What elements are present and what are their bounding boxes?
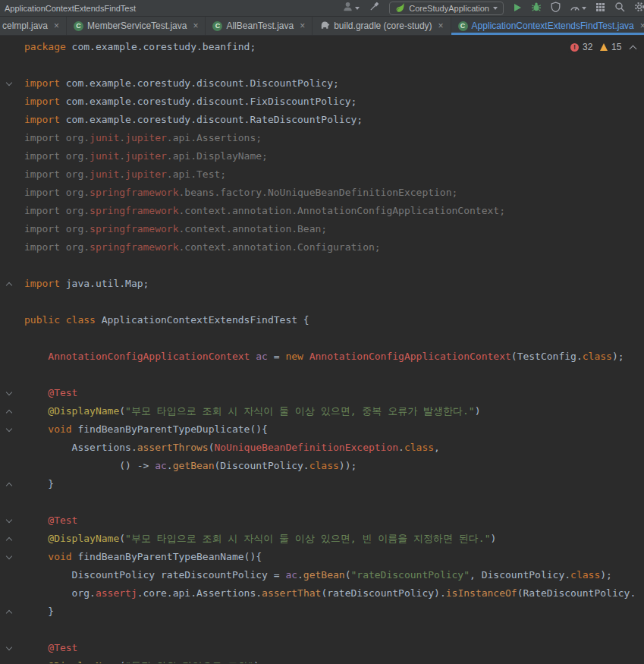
run-with-coverage-button[interactable]: [551, 2, 561, 15]
run-button[interactable]: [513, 2, 522, 15]
search-everywhere-button[interactable]: [614, 2, 625, 15]
gutter[interactable]: [0, 603, 24, 621]
tab-celmpl[interactable]: celmpl.java ×: [0, 17, 67, 35]
class-icon: C: [212, 21, 222, 31]
code-line[interactable]: import com.example.corestudy.discount.Fi…: [0, 93, 644, 111]
code-line[interactable]: [0, 56, 644, 74]
fold-expand-icon[interactable]: [6, 483, 12, 489]
tab-build-gradle[interactable]: build.gradle (core-study) ×: [313, 17, 451, 35]
code-line[interactable]: [0, 366, 644, 384]
code-line[interactable]: void findBeanByParentTypeDuplicate(){: [0, 420, 644, 439]
code-line[interactable]: @DisplayName("부모 타입으로 조회 시 자식이 둘 이상 있으면,…: [0, 530, 644, 548]
code-line[interactable]: import org.springframework.beans.factory…: [0, 184, 644, 202]
tool-windows-button[interactable]: [595, 2, 605, 15]
debug-button[interactable]: [531, 2, 542, 15]
code-token: (TestConfig.: [511, 351, 583, 362]
fold-expand-icon[interactable]: [6, 410, 12, 416]
fold-collapse-icon[interactable]: [6, 553, 12, 559]
gutter[interactable]: [0, 511, 24, 530]
gutter[interactable]: [0, 530, 24, 548]
code-line[interactable]: import com.example.corestudy.discount.Di…: [0, 74, 644, 93]
code-area[interactable]: package com.example.corestudy.beanfind;i…: [0, 36, 644, 663]
code-token: @DisplayName: [48, 533, 119, 544]
code-line[interactable]: [0, 293, 644, 311]
code-line[interactable]: import org.junit.jupiter.api.Test;: [0, 165, 644, 184]
code-line[interactable]: @Test: [0, 639, 644, 657]
code-token: springframework: [90, 205, 178, 216]
gutter[interactable]: [0, 420, 24, 439]
code-line[interactable]: }: [0, 603, 644, 621]
code-line[interactable]: () -> ac.getBean(DiscountPolicy.class));: [0, 457, 644, 475]
gradle-elephant-icon: [319, 20, 330, 32]
code-line[interactable]: import com.example.corestudy.discount.Ra…: [0, 111, 644, 129]
code-line[interactable]: Assertions.assertThrows(NoUniqueBeanDefi…: [0, 439, 644, 457]
code-line[interactable]: }: [0, 475, 644, 493]
code-token: .: [297, 569, 303, 581]
close-icon[interactable]: ×: [300, 21, 305, 30]
fold-expand-icon[interactable]: [6, 537, 12, 543]
code-text: [24, 621, 644, 639]
code-line[interactable]: @DisplayName("특정 하위 타입으로 조회"): [0, 657, 644, 663]
fold-collapse-icon[interactable]: [6, 80, 12, 86]
gutter[interactable]: [0, 275, 24, 293]
gutter: [0, 366, 24, 384]
gutter[interactable]: [0, 548, 24, 566]
close-icon[interactable]: ×: [54, 21, 59, 30]
chevron-up-icon[interactable]: [630, 45, 637, 52]
code-line[interactable]: void findBeanByParentTypeBeanName(){: [0, 548, 644, 566]
code-token: import org.: [24, 205, 90, 216]
code-line[interactable]: @Test: [0, 384, 644, 402]
code-token: junit: [90, 132, 119, 143]
code-line[interactable]: import org.springframework.context.annot…: [0, 238, 644, 256]
code-text: @Test: [24, 511, 644, 530]
editor[interactable]: package com.example.corestudy.beanfind;i…: [0, 36, 644, 663]
code-text: [24, 329, 644, 348]
user-menu-button[interactable]: [342, 1, 360, 15]
gutter[interactable]: [0, 475, 24, 493]
code-line[interactable]: @DisplayName("부모 타입으로 조회 시 자식이 둘 이상 있으면,…: [0, 402, 644, 420]
code-line[interactable]: @Test: [0, 511, 644, 530]
close-icon[interactable]: ×: [438, 21, 444, 30]
code-token: [24, 642, 48, 653]
tab-application-context-extends-find-test[interactable]: C ApplicationContextExtendsFindTest.java…: [451, 17, 644, 35]
code-token: AnnotationConfigApplicationContext: [309, 351, 511, 362]
code-line[interactable]: AnnotationConfigApplicationContext ac = …: [0, 348, 644, 366]
code-line[interactable]: DiscountPolicy rateDiscountPolicy = ac.g…: [0, 566, 644, 584]
code-token: "rateDiscountPolicy": [350, 569, 470, 581]
code-line[interactable]: [0, 329, 644, 348]
gutter[interactable]: [0, 384, 24, 402]
gutter: [0, 621, 24, 639]
code-line[interactable]: public class ApplicationContextExtendsFi…: [0, 311, 644, 329]
fold-collapse-icon[interactable]: [6, 389, 12, 395]
tab-member-service-test[interactable]: C MemberServiceTest.java ×: [67, 17, 206, 35]
fold-collapse-icon[interactable]: [6, 644, 12, 650]
code-token: class: [404, 442, 434, 453]
fold-collapse-icon[interactable]: [6, 426, 12, 432]
build-button[interactable]: [369, 1, 380, 15]
gutter[interactable]: [0, 402, 24, 420]
code-text: @DisplayName("부모 타입으로 조회 시 자식이 둘 이상 있으면,…: [24, 530, 644, 548]
run-configuration-select[interactable]: CoreStudyApplication: [389, 2, 504, 15]
code-line[interactable]: [0, 256, 644, 275]
code-line[interactable]: import org.springframework.context.annot…: [0, 202, 644, 220]
code-line[interactable]: [0, 621, 644, 639]
code-line[interactable]: [0, 493, 644, 511]
code-line[interactable]: import java.util.Map;: [0, 275, 644, 293]
fold-collapse-icon[interactable]: [6, 517, 12, 523]
fold-expand-icon[interactable]: [6, 610, 12, 616]
settings-button[interactable]: [634, 2, 644, 15]
gutter[interactable]: [0, 74, 24, 93]
code-line[interactable]: import org.junit.jupiter.api.DisplayName…: [0, 147, 644, 165]
code-token: DiscountPolicy rateDiscountPolicy =: [24, 569, 285, 581]
code-line[interactable]: org.assertj.core.api.Assertions.assertTh…: [0, 584, 644, 603]
profiler-button[interactable]: [570, 2, 586, 15]
gutter[interactable]: [0, 639, 24, 657]
close-icon[interactable]: ×: [193, 21, 198, 30]
code-line[interactable]: package com.example.corestudy.beanfind;: [0, 38, 644, 56]
code-line[interactable]: import org.springframework.context.annot…: [0, 220, 644, 238]
inspections-widget[interactable]: ! 32 15: [568, 41, 638, 53]
fold-expand-icon[interactable]: [6, 282, 12, 288]
code-line[interactable]: import org.junit.jupiter.api.Assertions;: [0, 129, 644, 147]
close-icon[interactable]: ×: [640, 21, 644, 30]
tab-all-bean-test[interactable]: C AllBeanTest.java ×: [206, 17, 313, 35]
